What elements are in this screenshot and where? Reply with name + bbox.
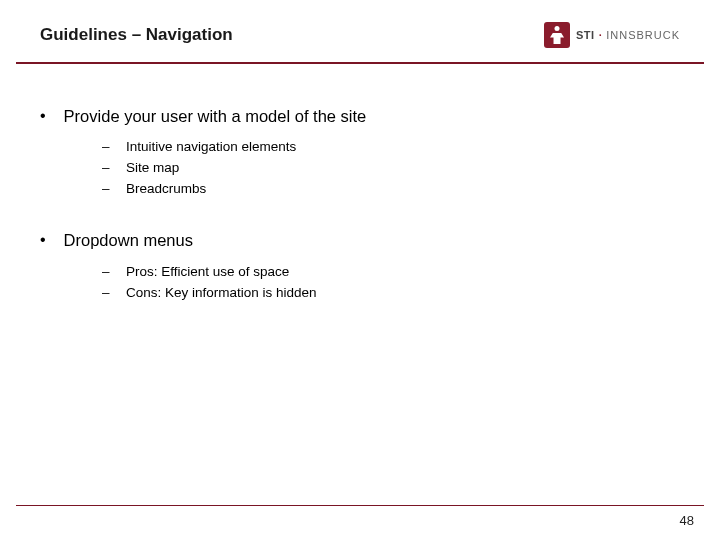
slide-content: • Provide your user with a model of the … (0, 64, 720, 303)
sub-text: Cons: Key information is hidden (126, 283, 317, 304)
bullet-text: Provide your user with a model of the si… (64, 106, 367, 127)
sub-item: – Breadcrumbs (102, 179, 680, 200)
sub-text: Pros: Efficient use of space (126, 262, 289, 283)
sub-text: Site map (126, 158, 179, 179)
dash-marker: – (102, 158, 112, 179)
sub-item: – Cons: Key information is hidden (102, 283, 680, 304)
bullet-text: Dropdown menus (64, 230, 193, 251)
dash-marker: – (102, 262, 112, 283)
page-number: 48 (680, 513, 694, 528)
bullet-item: • Provide your user with a model of the … (40, 106, 680, 127)
sub-list: – Pros: Efficient use of space – Cons: K… (102, 262, 680, 304)
sti-logo-text: STI · INNSBRUCK (576, 29, 680, 41)
bullet-item: • Dropdown menus (40, 230, 680, 251)
slide-title: Guidelines – Navigation (40, 25, 233, 45)
dash-marker: – (102, 137, 112, 158)
bullet-marker: • (40, 106, 46, 127)
footer-divider (16, 505, 704, 506)
dash-marker: – (102, 283, 112, 304)
slide-header: Guidelines – Navigation STI · INNSBRUCK (0, 0, 720, 62)
logo-dot: · (599, 29, 603, 41)
bullet-marker: • (40, 230, 46, 251)
sub-list: – Intuitive navigation elements – Site m… (102, 137, 680, 200)
sub-text: Intuitive navigation elements (126, 137, 296, 158)
sti-logo-icon (544, 22, 570, 48)
sti-logo: STI · INNSBRUCK (544, 22, 680, 48)
sub-item: – Intuitive navigation elements (102, 137, 680, 158)
dash-marker: – (102, 179, 112, 200)
sub-item: – Site map (102, 158, 680, 179)
sub-text: Breadcrumbs (126, 179, 206, 200)
logo-sti: STI (576, 29, 595, 41)
footer-divider-wrap (0, 505, 720, 506)
sub-item: – Pros: Efficient use of space (102, 262, 680, 283)
logo-inns: INNSBRUCK (606, 29, 680, 41)
